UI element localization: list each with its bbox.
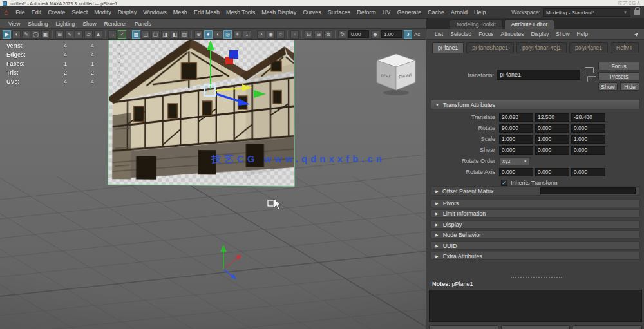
translate-x-field[interactable] [499,113,533,122]
ae-menu-focus[interactable]: Focus [475,31,497,37]
isolate-select-icon[interactable]: ○ [276,30,285,39]
menu-edit-mesh[interactable]: Edit Mesh [191,9,223,15]
ae-menu-display[interactable]: Display [527,31,552,37]
translate-z-field[interactable] [571,113,605,122]
tab-attribute-editor[interactable]: Attribute Editor [504,19,554,29]
marquee-zoom-icon[interactable]: ▫ [290,30,299,39]
scale-z-field[interactable] [571,135,605,144]
select-object-icon[interactable]: ◯ [32,30,40,39]
menu-select[interactable]: Select [68,9,91,15]
section-uuid[interactable]: ▶ UUID [431,241,640,250]
ae-menu-attributes[interactable]: Attributes [497,31,527,37]
ae-menu-selected[interactable]: Selected [447,31,475,37]
scale-step-field[interactable]: 1.00 [381,30,402,38]
menu-modify[interactable]: Modify [91,9,115,15]
pin-icon[interactable]: ➤ [633,30,640,37]
inherits-transform-checkbox[interactable]: ✓ [501,180,507,186]
menu-create[interactable]: Create [44,9,68,15]
presets-button[interactable]: Presets [598,72,639,80]
two-pane-icon[interactable]: ◫ [142,30,150,39]
maya-home-icon[interactable]: ⌂ [4,8,8,16]
notes-textarea[interactable] [429,290,642,322]
tab-modeling-toolkit[interactable]: Modeling Toolkit [450,19,503,29]
rotate-y-field[interactable] [535,124,569,133]
node-tab-refmt[interactable]: RefMT [611,42,639,53]
notes-splitter-handle[interactable] [511,277,562,278]
default-lighting-icon[interactable]: ✳ [233,30,242,39]
rotate-order-dropdown[interactable]: xyz ▼ [499,157,530,165]
menu-cache[interactable]: Cache [424,9,448,15]
duplicate-icon[interactable]: ⊡ [305,30,313,39]
section-node-behavior[interactable]: ▶ Node Behavior [431,230,640,239]
show-button[interactable]: Show [598,82,618,91]
scale-y-field[interactable] [535,135,569,144]
menu-uv[interactable]: UV [379,9,394,15]
translate-y-field[interactable] [535,113,569,122]
rotate-z-field[interactable] [571,124,605,133]
menu-display[interactable]: Display [115,9,140,15]
workspace-dropdown[interactable]: Modeling - Standard* ▼ [543,8,630,17]
shear-z-field[interactable] [571,146,605,155]
viewport[interactable]: Verts: 4 4 0 Edges: 4 4 0 Faces: 1 1 0 T… [0,40,426,329]
menu-edit[interactable]: Edit [28,9,45,15]
input-connections-icon[interactable]: → [108,30,117,39]
panel-menu-shading[interactable]: Shading [24,21,51,27]
workspace-lock-icon[interactable] [634,10,640,15]
menu-curves[interactable]: Curves [299,9,325,15]
focus-button[interactable]: Focus [598,62,639,70]
paste-icon[interactable]: ⊟ [314,30,323,39]
paint-select-icon[interactable]: ✎ [22,30,30,39]
menu-mesh-tools[interactable]: Mesh Tools [223,9,258,15]
snap-to-grid-icon[interactable]: ⊞ [55,30,64,39]
panel-menu-panels[interactable]: Panels [131,21,155,27]
xray-display-icon[interactable]: ◔ [257,30,265,39]
snap-to-curve-icon[interactable]: ∿ [65,30,73,39]
rotate-axis-z-field[interactable] [571,168,605,176]
menu-mesh[interactable]: Mesh [170,9,191,15]
menu-surfaces[interactable]: Surfaces [325,9,354,15]
rotate-snap-icon[interactable]: ↻ [338,30,346,39]
menu-file[interactable]: File [12,9,28,15]
ae-bottom-button-1[interactable] [429,325,498,329]
ae-menu-help[interactable]: Help [574,31,591,37]
panel-menu-show[interactable]: Show [79,21,99,27]
hide-button[interactable]: Hide [620,82,639,91]
select-tool-icon[interactable]: ▶ [3,30,11,39]
rotate-axis-y-field[interactable] [535,168,569,176]
snap-to-plane-icon[interactable]: ▱ [84,30,93,39]
section-limit-information[interactable]: ▶ Limit Information [431,209,640,218]
lasso-tool-icon[interactable]: ◖ [12,30,21,39]
menu-deform[interactable]: Deform [354,9,379,15]
ae-bottom-button-2[interactable] [501,325,571,329]
split-pane-icon[interactable]: ◧ [171,30,179,39]
node-tab-polyplane1[interactable]: polyPlane1 [569,42,608,53]
camera-mask-icon[interactable]: ◉ [267,30,275,39]
node-tab-pplane1[interactable]: pPlane1 [432,42,464,53]
menu-mesh-display[interactable]: Mesh Display [258,9,299,15]
render-view-icon[interactable]: ◕ [404,30,412,39]
four-pane-icon[interactable]: ▢ [151,30,160,39]
view-cube[interactable]: LEFT FRONT [375,53,417,98]
select-component-icon[interactable]: ▣ [41,30,50,39]
transform-name-input[interactable] [497,70,580,80]
node-tab-polyplanarproj1[interactable]: polyPlanarProj1 [516,42,567,53]
output-connection-icon[interactable] [587,76,596,82]
input-connection-icon[interactable] [585,67,594,73]
offset-parent-matrix-section[interactable]: ▶ Offset Parent Matrix [431,186,640,196]
single-pane-icon[interactable]: ▦ [132,30,140,39]
ae-menu-show[interactable]: Show [553,31,573,37]
ae-bottom-button-3[interactable] [573,325,642,329]
menu-help[interactable]: Help [471,9,489,15]
rotate-step-field[interactable]: 0.00 [348,30,369,38]
scale-snap-icon[interactable]: ◆ [371,30,379,39]
shear-y-field[interactable] [535,146,569,155]
wireframe-on-shaded-icon[interactable]: ◎ [223,30,232,39]
offset-parent-matrix-field[interactable] [540,187,636,194]
menu-arnold[interactable]: Arnold [448,9,471,15]
shaded-display-icon[interactable]: ● [204,30,213,39]
transform-attributes-header[interactable]: ▼ Transform Attributes [431,100,640,109]
textured-display-icon[interactable]: ◐ [214,30,222,39]
menu-generate[interactable]: Generate [393,9,424,15]
steering-wheel-icon[interactable]: ⊕ [194,30,203,39]
hypergraph-pane-icon[interactable]: ▤ [180,30,189,39]
